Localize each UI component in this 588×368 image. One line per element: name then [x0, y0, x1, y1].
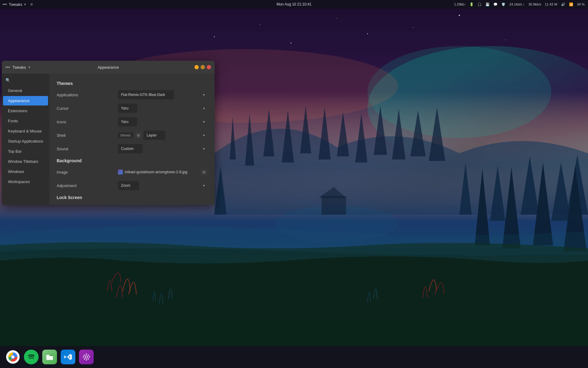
tray-shield-icon: 🛡️: [500, 2, 507, 6]
trash-icon-img: [7, 13, 23, 29]
sidebar-search-area[interactable]: 🔍: [2, 76, 49, 86]
bg-image-picker: mikael-gustafsson-amongtrees-2-8.jpg ⧉: [118, 169, 207, 175]
svg-point-8: [367, 33, 368, 34]
window-controls: [194, 65, 211, 69]
app-menu-dots[interactable]: •••: [2, 2, 7, 7]
icons-dropdown[interactable]: Yaru: [118, 117, 137, 126]
background-divider: Background: [57, 158, 207, 163]
cursor-control: Yaru: [118, 104, 207, 113]
icons-control: Yaru: [118, 117, 207, 126]
icons-dropdown-wrapper: Yaru: [118, 117, 207, 126]
svg-rect-30: [84, 358, 85, 360]
sidebar-item-extensions[interactable]: Extensions: [3, 106, 48, 116]
lockscreen-section-title: Lock Screen: [57, 195, 207, 200]
svg-point-7: [337, 18, 337, 19]
applications-dropdown[interactable]: Flat-Remix-GTK-Blue-Dark: [118, 90, 174, 99]
applications-row: Applications Flat-Remix-GTK-Blue-Dark: [57, 90, 207, 100]
sidebar-item-general[interactable]: General: [3, 86, 48, 95]
tray-chat-icon: 💬: [492, 2, 499, 6]
svg-rect-31: [87, 358, 89, 360]
sidebar-item-workspaces[interactable]: Workspaces: [3, 177, 48, 186]
shell-dropdown-wrapper: Layan: [144, 131, 207, 140]
tray-net-speed: 24.1kb/s ↑: [508, 2, 526, 6]
sidebar: 🔍 General Appearance Extensions Fonts Ke…: [2, 74, 49, 205]
tray-headphone-icon: 🎧: [477, 2, 483, 6]
bg-image-control: mikael-gustafsson-amongtrees-2-8.jpg ⧉: [118, 169, 207, 175]
active-app-label[interactable]: Tweaks: [9, 2, 22, 7]
title-bar: ••• Tweaks ▾ Appearance: [2, 61, 215, 74]
bottom-dock: [0, 346, 588, 368]
bg-adjustment-control: Zoom: [118, 181, 207, 190]
sidebar-item-windows[interactable]: Windows: [3, 167, 48, 176]
dock-item-chrome[interactable]: [5, 349, 21, 365]
shell-copy-btn[interactable]: ⧉: [135, 132, 142, 139]
dock-item-spotify[interactable]: [23, 349, 39, 365]
svg-point-19: [11, 355, 14, 358]
files-icon: [42, 350, 57, 364]
sound-label: Sound: [57, 147, 118, 151]
svg-marker-14: [318, 187, 346, 198]
sidebar-item-startup-applications[interactable]: Startup Applications: [3, 136, 48, 146]
svg-rect-29: [88, 354, 89, 356]
bg-image-thumbnail: [118, 170, 123, 174]
sound-dropdown[interactable]: Custom: [118, 144, 142, 153]
window-maximize-btn[interactable]: [201, 65, 205, 69]
svg-rect-13: [322, 196, 346, 215]
applications-control: Flat-Remix-GTK-Blue-Dark: [118, 90, 207, 99]
search-button[interactable]: 🔍: [4, 77, 47, 83]
sidebar-item-appearance[interactable]: Appearance: [3, 96, 48, 105]
svg-rect-25: [86, 359, 87, 361]
dock-item-vscode[interactable]: [60, 349, 76, 365]
window-title: Appearance: [97, 65, 119, 70]
bg-adjustment-dropdown[interactable]: Zoom: [118, 181, 139, 190]
tweaks-window: ••• Tweaks ▾ Appearance 🔍 General Appear…: [2, 61, 215, 205]
sidebar-item-fonts[interactable]: Fonts: [3, 116, 48, 126]
sound-dropdown-wrapper: Custom: [118, 144, 207, 153]
svg-rect-26: [83, 357, 84, 358]
hamburger-menu-icon[interactable]: ≡: [30, 2, 33, 7]
shell-none-badge: (None): [118, 132, 133, 138]
cursor-dropdown-wrapper: Yaru: [118, 104, 207, 113]
dock-item-files[interactable]: [42, 349, 58, 365]
window-body: 🔍 General Appearance Extensions Fonts Ke…: [2, 74, 215, 205]
icons-label: Icons: [57, 120, 118, 124]
title-dots-icon[interactable]: •••: [6, 65, 10, 70]
shell-row: Shell (None) ⧉ Layan: [57, 130, 207, 140]
svg-point-6: [291, 43, 292, 44]
vscode-icon: [61, 350, 75, 364]
title-app-arrow: ▾: [28, 65, 30, 69]
app-menu-arrow[interactable]: ▾: [24, 2, 26, 6]
dock-item-tweaks[interactable]: [78, 349, 94, 365]
svg-rect-27: [89, 357, 90, 358]
cursor-dropdown[interactable]: Yaru: [118, 104, 137, 113]
tray-network-icon[interactable]: 📶: [568, 2, 574, 6]
bg-adjustment-row: Adjustment Zoom: [57, 180, 207, 191]
sidebar-item-window-titlebars[interactable]: Window Titlebars: [3, 157, 48, 166]
svg-rect-15: [9, 15, 21, 28]
ls-image-row: Image brad-huchteman-stone-mountain.jpg …: [57, 204, 207, 205]
svg-rect-28: [83, 354, 85, 356]
appearance-content: Themes Applications Flat-Remix-GTK-Blue-…: [49, 74, 215, 205]
icons-row: Icons Yaru: [57, 117, 207, 127]
applications-label: Applications: [57, 93, 118, 97]
window-minimize-btn[interactable]: [194, 65, 199, 69]
bg-image-browse-btn[interactable]: ⧉: [201, 169, 207, 175]
trash-desktop-icon[interactable]: Trash: [2, 11, 27, 42]
spotify-icon: [24, 350, 39, 364]
tray-battery-pct: 34 %: [576, 2, 586, 6]
shell-extras: (None) ⧉: [118, 132, 142, 139]
svg-point-10: [459, 15, 460, 16]
shell-dropdown[interactable]: Layan: [144, 131, 165, 140]
tweaks-icon: [79, 350, 94, 364]
svg-point-9: [413, 27, 414, 28]
shell-label: Shell: [57, 133, 118, 138]
sidebar-item-keyboard-mouse[interactable]: Keyboard & Mouse: [3, 126, 48, 136]
tray-power: 11.43 W: [544, 2, 558, 6]
svg-point-2: [368, 46, 551, 138]
search-icon: 🔍: [6, 78, 10, 82]
tray-audio-icon[interactable]: 🔊: [560, 2, 566, 6]
window-close-btn[interactable]: [207, 65, 211, 69]
title-app-label: Tweaks: [13, 65, 26, 70]
sidebar-item-top-bar[interactable]: Top Bar: [3, 147, 48, 156]
svg-point-1: [368, 46, 588, 169]
